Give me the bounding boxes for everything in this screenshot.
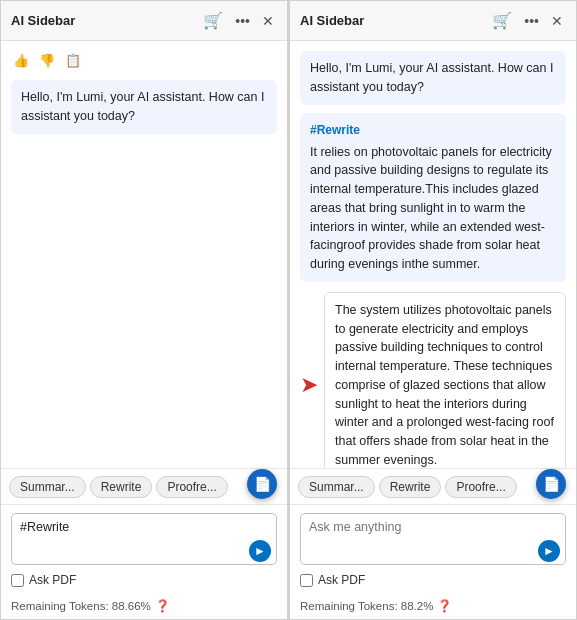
right-doc-fab[interactable]: 📄 bbox=[536, 469, 566, 499]
left-greeting-text: Hello, I'm Lumi, your AI assistant. How … bbox=[21, 90, 264, 123]
right-chat-input[interactable] bbox=[300, 513, 566, 565]
thumbs-up-button[interactable]: 👍 bbox=[11, 51, 31, 70]
right-proofread-button[interactable]: Proofre... bbox=[445, 476, 516, 498]
left-tokens-bar: Remaining Tokens: 88.66% ❓ bbox=[1, 595, 287, 619]
right-quick-actions: Summar... Rewrite Proofre... ⋮ bbox=[290, 468, 576, 504]
right-chat-area: Hello, I'm Lumi, your AI assistant. How … bbox=[290, 41, 576, 468]
left-ask-pdf-label: Ask PDF bbox=[29, 573, 76, 587]
right-greeting-message: Hello, I'm Lumi, your AI assistant. How … bbox=[300, 51, 566, 105]
left-rewrite-button[interactable]: Rewrite bbox=[90, 476, 153, 498]
left-more-button[interactable]: ••• bbox=[232, 11, 253, 31]
right-input-area: ► Ask PDF bbox=[290, 504, 576, 595]
right-arrow-icon: ➤ bbox=[300, 372, 318, 398]
thumbs-down-button[interactable]: 👎 bbox=[37, 51, 57, 70]
right-cart-button[interactable]: 🛒 bbox=[489, 9, 515, 32]
right-arrow-row: ➤ The system utilizes photovoltaic panel… bbox=[300, 290, 566, 468]
right-input-wrapper: ► bbox=[300, 513, 566, 568]
left-reaction-bar: 👍 👎 📋 bbox=[11, 51, 277, 70]
right-greeting-text: Hello, I'm Lumi, your AI assistant. How … bbox=[310, 61, 553, 94]
left-quick-actions: Summar... Rewrite Proofre... ⋮ bbox=[1, 468, 287, 504]
right-tokens-text: Remaining Tokens: 88.2% bbox=[300, 600, 433, 612]
right-tokens-bar: Remaining Tokens: 88.2% ❓ bbox=[290, 595, 576, 619]
left-panel: AI Sidebar 🛒 ••• ✕ 👍 👎 📋 Hello, I'm Lumi… bbox=[0, 0, 288, 620]
left-input-area: #Rewrite ► Ask PDF bbox=[1, 504, 287, 595]
right-rewrite-button[interactable]: Rewrite bbox=[379, 476, 442, 498]
right-original-text: It relies on photovoltaic panels for ele… bbox=[310, 145, 552, 272]
right-close-button[interactable]: ✕ bbox=[548, 11, 566, 31]
left-send-button[interactable]: ► bbox=[249, 540, 271, 562]
left-proofread-button[interactable]: Proofre... bbox=[156, 476, 227, 498]
right-rewrite-result: The system utilizes photovoltaic panels … bbox=[324, 292, 566, 468]
left-ask-pdf-row: Ask PDF bbox=[11, 573, 277, 587]
right-header-icons: 🛒 ••• ✕ bbox=[489, 9, 566, 32]
left-close-button[interactable]: ✕ bbox=[259, 11, 277, 31]
right-more-button[interactable]: ••• bbox=[521, 11, 542, 31]
right-help-icon[interactable]: ❓ bbox=[437, 599, 452, 613]
left-chat-area: 👍 👎 📋 Hello, I'm Lumi, your AI assistant… bbox=[1, 41, 287, 468]
left-header-icons: 🛒 ••• ✕ bbox=[200, 9, 277, 32]
left-tokens-text: Remaining Tokens: 88.66% bbox=[11, 600, 151, 612]
left-cart-button[interactable]: 🛒 bbox=[200, 9, 226, 32]
left-header: AI Sidebar 🛒 ••• ✕ bbox=[1, 1, 287, 41]
left-greeting-message: Hello, I'm Lumi, your AI assistant. How … bbox=[11, 80, 277, 134]
right-ask-pdf-row: Ask PDF bbox=[300, 573, 566, 587]
right-send-button[interactable]: ► bbox=[538, 540, 560, 562]
right-ask-pdf-label: Ask PDF bbox=[318, 573, 365, 587]
right-rewrite-tag: #Rewrite bbox=[310, 121, 556, 139]
left-doc-fab[interactable]: 📄 bbox=[247, 469, 277, 499]
left-input-wrapper: #Rewrite ► bbox=[11, 513, 277, 568]
left-help-icon[interactable]: ❓ bbox=[155, 599, 170, 613]
left-chat-input[interactable]: #Rewrite bbox=[11, 513, 277, 565]
right-summarize-button[interactable]: Summar... bbox=[298, 476, 375, 498]
right-panel: AI Sidebar 🛒 ••• ✕ Hello, I'm Lumi, your… bbox=[289, 0, 577, 620]
right-rewrite-original: #Rewrite It relies on photovoltaic panel… bbox=[300, 113, 566, 282]
right-header: AI Sidebar 🛒 ••• ✕ bbox=[290, 1, 576, 41]
left-ask-pdf-checkbox[interactable] bbox=[11, 574, 24, 587]
copy-button[interactable]: 📋 bbox=[63, 51, 83, 70]
right-result-text: The system utilizes photovoltaic panels … bbox=[335, 303, 554, 467]
left-title: AI Sidebar bbox=[11, 13, 200, 28]
left-summarize-button[interactable]: Summar... bbox=[9, 476, 86, 498]
right-title: AI Sidebar bbox=[300, 13, 489, 28]
right-ask-pdf-checkbox[interactable] bbox=[300, 574, 313, 587]
